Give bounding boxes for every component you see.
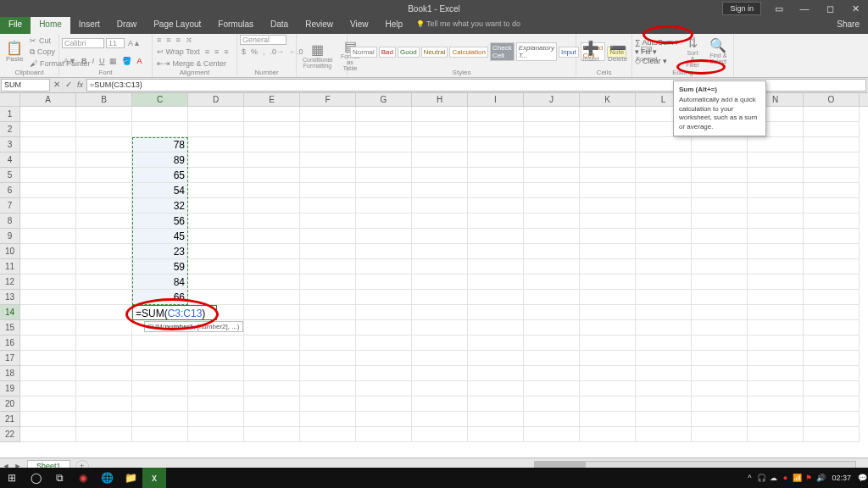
cell[interactable]	[468, 412, 524, 427]
cell[interactable]	[748, 396, 804, 412]
cell[interactable]	[300, 351, 356, 366]
cell[interactable]	[804, 274, 860, 290]
align-right-icon[interactable]: ≡	[222, 47, 230, 57]
cell[interactable]	[412, 381, 468, 396]
cell[interactable]	[524, 412, 580, 427]
cell[interactable]	[244, 320, 300, 336]
cell[interactable]	[412, 351, 468, 366]
row-header[interactable]: 12	[0, 274, 20, 290]
column-header[interactable]: E	[244, 93, 300, 106]
currency-icon[interactable]: $	[240, 47, 248, 57]
cell[interactable]	[20, 168, 76, 183]
merge-center-button[interactable]: ⇤⇥ Merge & Center	[155, 58, 228, 69]
cell[interactable]	[636, 244, 692, 259]
row-header[interactable]: 3	[0, 137, 20, 152]
cell[interactable]: 59	[132, 259, 188, 274]
cell[interactable]	[300, 336, 356, 351]
cell[interactable]	[244, 229, 300, 244]
cell[interactable]	[804, 381, 860, 396]
cell[interactable]	[300, 183, 356, 198]
cell[interactable]	[692, 427, 748, 442]
cell[interactable]	[244, 290, 300, 305]
row-header[interactable]: 21	[0, 412, 20, 427]
cell[interactable]	[468, 229, 524, 244]
tab-review[interactable]: Review	[297, 17, 342, 34]
cell[interactable]	[300, 290, 356, 305]
border-button[interactable]: ▦	[108, 56, 119, 66]
cell[interactable]	[804, 137, 860, 152]
cell[interactable]	[524, 427, 580, 442]
tray-icon[interactable]: ^	[743, 474, 755, 482]
cell[interactable]	[132, 366, 188, 381]
cell[interactable]	[524, 274, 580, 290]
cell[interactable]	[524, 381, 580, 396]
cell[interactable]	[300, 305, 356, 320]
cell[interactable]	[804, 336, 860, 351]
tray-icon[interactable]: ●	[779, 474, 791, 482]
cell[interactable]	[524, 336, 580, 351]
cell[interactable]	[76, 198, 132, 214]
cell[interactable]	[692, 229, 748, 244]
cell[interactable]	[524, 229, 580, 244]
cell[interactable]	[76, 274, 132, 290]
cell[interactable]	[748, 427, 804, 442]
cell[interactable]	[76, 305, 132, 320]
cell[interactable]: 23	[132, 244, 188, 259]
cell[interactable]	[300, 198, 356, 214]
row-header[interactable]: 7	[0, 198, 20, 214]
sort-filter-button[interactable]: ⇅Sort & Filter	[681, 36, 704, 68]
cell[interactable]	[804, 396, 860, 412]
style-calculation[interactable]: Calculation	[449, 47, 488, 58]
cell[interactable]	[76, 396, 132, 412]
style-check-cell[interactable]: Check Cell	[490, 42, 515, 61]
cell[interactable]	[748, 336, 804, 351]
column-header[interactable]: H	[412, 93, 468, 106]
row-header[interactable]: 6	[0, 183, 20, 198]
cell[interactable]	[412, 427, 468, 442]
cell[interactable]	[244, 183, 300, 198]
cell[interactable]	[76, 351, 132, 366]
tab-help[interactable]: Help	[376, 17, 411, 34]
cell[interactable]	[76, 122, 132, 137]
cell[interactable]: 56	[132, 214, 188, 229]
cell[interactable]	[804, 366, 860, 381]
cell[interactable]	[468, 290, 524, 305]
cell[interactable]	[748, 381, 804, 396]
cell[interactable]	[76, 320, 132, 336]
cell[interactable]	[804, 198, 860, 214]
cell[interactable]	[580, 122, 636, 137]
cell[interactable]	[580, 107, 636, 122]
cell[interactable]	[748, 412, 804, 427]
tell-me[interactable]: Tell me what you want to do	[416, 17, 520, 34]
worksheet-grid[interactable]: ABCDEFGHIJKLMNO 123784895656547328569451…	[0, 93, 868, 458]
cell[interactable]	[524, 320, 580, 336]
cell[interactable]	[20, 336, 76, 351]
cell[interactable]	[76, 381, 132, 396]
cell[interactable]: 89	[132, 152, 188, 168]
cell[interactable]	[132, 396, 188, 412]
cell[interactable]	[524, 214, 580, 229]
cell[interactable]	[412, 152, 468, 168]
cell[interactable]	[692, 198, 748, 214]
cell[interactable]	[468, 396, 524, 412]
cell[interactable]	[468, 183, 524, 198]
cell[interactable]	[412, 244, 468, 259]
cell[interactable]	[468, 305, 524, 320]
cell[interactable]	[524, 137, 580, 152]
cell[interactable]	[244, 198, 300, 214]
cell[interactable]	[748, 214, 804, 229]
cell[interactable]	[748, 244, 804, 259]
cell[interactable]	[524, 107, 580, 122]
cell[interactable]	[468, 427, 524, 442]
cell[interactable]	[748, 198, 804, 214]
cell[interactable]	[20, 183, 76, 198]
cell[interactable]	[244, 259, 300, 274]
cell[interactable]	[244, 274, 300, 290]
cell[interactable]	[412, 137, 468, 152]
cell[interactable]	[580, 244, 636, 259]
cell[interactable]	[20, 229, 76, 244]
cell[interactable]	[188, 198, 244, 214]
cell[interactable]	[412, 274, 468, 290]
tab-home[interactable]: Home	[31, 17, 70, 34]
cell[interactable]	[188, 396, 244, 412]
